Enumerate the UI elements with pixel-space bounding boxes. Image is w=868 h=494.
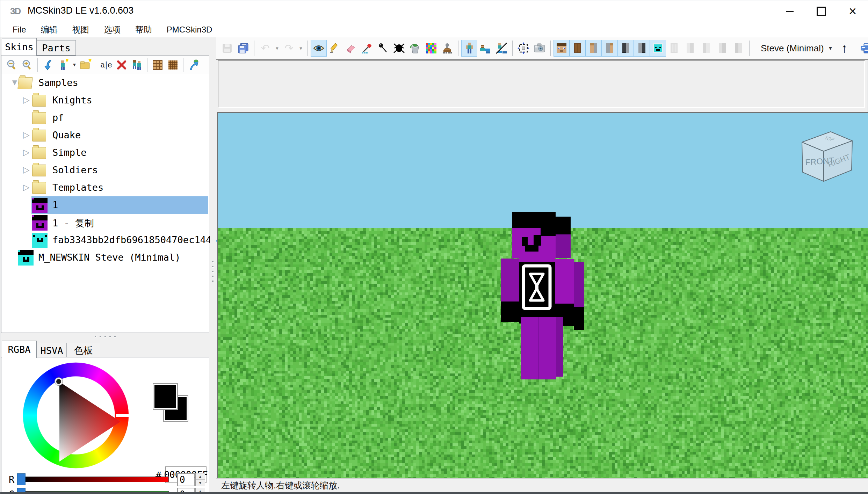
model-selector[interactable]: Steve (Minimal) ▼ <box>757 41 836 56</box>
view-hybrid-button[interactable] <box>493 40 509 57</box>
stamp-tool-button[interactable] <box>439 40 455 57</box>
toggle-right-leg-armor-button[interactable] <box>730 40 746 57</box>
tab-skins[interactable]: Skins <box>2 38 37 56</box>
spin-up-icon[interactable]: ▲ <box>196 473 205 480</box>
tree-row-skin-1-copy[interactable]: 1 - 复制 <box>1 214 209 231</box>
saturation-triangle[interactable] <box>59 381 121 462</box>
view-3d-button[interactable] <box>461 40 477 57</box>
view-3d-icon <box>465 42 474 54</box>
new-skin-button[interactable] <box>56 57 71 73</box>
maximize-icon <box>817 7 826 16</box>
import-skin-button[interactable] <box>40 57 56 73</box>
toggle-right-leg-button[interactable] <box>634 40 650 57</box>
tab-palette[interactable]: 色板 <box>67 343 100 358</box>
screenshot-button[interactable] <box>531 40 548 57</box>
red-slider[interactable] <box>21 477 169 482</box>
grip-dot <box>212 276 214 277</box>
hide-eye-icon <box>393 43 405 54</box>
pencil-icon <box>329 43 340 54</box>
toggle-left-arm-button[interactable] <box>586 40 602 57</box>
zoom-out-button[interactable] <box>4 57 20 73</box>
minimize-button[interactable] <box>774 0 805 22</box>
menu-help[interactable]: 帮助 <box>128 22 159 37</box>
toggle-left-leg-button[interactable] <box>618 40 634 57</box>
toggle-left-arm-armor-button[interactable] <box>682 40 698 57</box>
skin-purple-icon <box>32 215 48 230</box>
delete-button[interactable] <box>114 57 129 73</box>
undo-dropdown-icon[interactable]: ▼ <box>273 40 281 57</box>
redo-button[interactable]: ↷ <box>281 40 297 57</box>
tree-row-quake[interactable]: ▷ Quake <box>1 126 209 144</box>
red-value-field[interactable]: 0 <box>177 473 195 486</box>
menu-pmcskin3d[interactable]: PMCSkin3D <box>159 22 220 37</box>
dye-tool-button[interactable] <box>375 40 391 57</box>
grid-small-button[interactable] <box>165 57 181 73</box>
undo-button[interactable]: ↶ <box>257 40 273 57</box>
panel-tabs: Skins Parts <box>0 37 210 56</box>
rename-button[interactable]: a|e <box>99 57 114 73</box>
transform-button[interactable] <box>515 40 531 57</box>
expander-closed-icon[interactable]: ▷ <box>23 183 29 192</box>
view-2d-button[interactable] <box>477 40 493 57</box>
viewport-3d[interactable]: FRONT RIGHT TOP <box>217 112 868 478</box>
tree-row-skin-1[interactable]: 1 <box>1 196 209 214</box>
new-folder-button[interactable] <box>78 57 93 73</box>
expander-closed-icon[interactable]: ▷ <box>23 148 29 157</box>
layers-button[interactable] <box>858 40 868 57</box>
toggle-right-arm-button[interactable] <box>602 40 618 57</box>
clone-skin-button[interactable] <box>129 57 145 73</box>
zoom-in-button[interactable] <box>20 57 35 73</box>
fill-tool-button[interactable] <box>407 40 423 57</box>
save-button[interactable] <box>219 40 235 57</box>
menu-file[interactable]: File <box>5 22 34 37</box>
vertical-splitter[interactable] <box>210 37 216 494</box>
toggle-chest-armor-button[interactable] <box>666 40 682 57</box>
spin-down-icon[interactable]: ▼ <box>196 480 205 486</box>
grid-large-button[interactable] <box>150 57 165 73</box>
orientation-cube[interactable]: FRONT RIGHT TOP <box>797 126 859 188</box>
menu-view[interactable]: 视图 <box>65 22 96 37</box>
minimize-icon <box>786 11 794 12</box>
noise-tool-button[interactable] <box>423 40 439 57</box>
foreground-color-swatch[interactable] <box>153 383 178 410</box>
pencil-tool-button[interactable] <box>327 40 343 57</box>
expander-closed-icon[interactable]: ▷ <box>23 165 29 174</box>
character-head-side <box>556 217 571 258</box>
menu-edit[interactable]: 编辑 <box>34 22 65 37</box>
tree-row-soldiers[interactable]: ▷ Soldiers <box>1 161 209 179</box>
red-slider-handle[interactable] <box>17 473 26 485</box>
toggle-head-button[interactable] <box>554 40 570 57</box>
tab-hsva[interactable]: HSVA <box>37 343 67 358</box>
folder-icon <box>32 145 48 160</box>
tab-parts[interactable]: Parts <box>37 40 76 56</box>
expander-closed-icon[interactable]: ▷ <box>23 130 29 139</box>
toggle-right-arm-armor-button[interactable] <box>698 40 714 57</box>
new-skin-dropdown-icon[interactable]: ▼ <box>71 57 78 73</box>
camera-tool-button[interactable] <box>311 40 327 57</box>
menu-options[interactable]: 选项 <box>96 22 128 37</box>
red-spinner[interactable]: ▲▼ <box>195 473 205 486</box>
expander-closed-icon[interactable]: ▷ <box>23 95 29 104</box>
save-all-button[interactable] <box>235 40 251 57</box>
redo-dropdown-icon[interactable]: ▼ <box>297 40 305 57</box>
maximize-button[interactable] <box>805 0 837 22</box>
upload-button[interactable]: ↑ <box>836 40 852 57</box>
fetch-online-button[interactable] <box>186 57 201 73</box>
toggle-chest-button[interactable] <box>570 40 586 57</box>
toggle-helmet-button[interactable] <box>650 40 666 57</box>
tree-row-pf[interactable]: pf <box>1 109 209 126</box>
close-button[interactable]: × <box>837 0 868 22</box>
tree-row-newskin[interactable]: M_NEWSKIN Steve (Minimal) <box>1 249 209 266</box>
tab-rgba[interactable]: RGBA <box>2 341 37 358</box>
tree-row-simple[interactable]: ▷ Simple <box>1 144 209 161</box>
dropper-tool-button[interactable] <box>359 40 375 57</box>
triangle-selector[interactable] <box>55 378 63 385</box>
horizontal-splitter[interactable] <box>0 333 210 340</box>
tree-row-samples[interactable]: ▼ Samples <box>1 74 209 92</box>
hide-parts-tool-button[interactable] <box>391 40 407 57</box>
tree-row-templates[interactable]: ▷ Templates <box>1 179 209 196</box>
eraser-tool-button[interactable] <box>343 40 359 57</box>
tree-row-skin-fab[interactable]: fab3343bb2dfb6961850470ec144557a <box>1 231 209 249</box>
toggle-left-leg-armor-button[interactable] <box>714 40 730 57</box>
tree-row-knights[interactable]: ▷ Knights <box>1 92 209 109</box>
